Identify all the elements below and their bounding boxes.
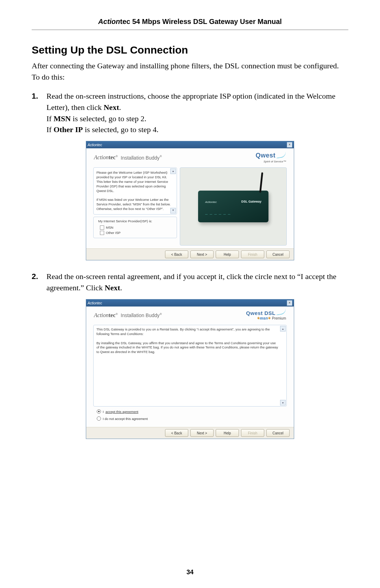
step-1: 1. Read the on-screen instructions, choo… <box>32 91 348 136</box>
dialog1-header: Actiontec® Installation Buddy® Qwest Spi… <box>86 148 294 165</box>
dialog2-brand-tm: ® <box>115 312 118 316</box>
dialog2-brand: Actiontec® Installation Buddy® <box>94 312 162 318</box>
radio-selected-icon[interactable] <box>97 409 101 414</box>
agreement-text: This DSL Gateway is provided to you on a… <box>94 325 286 357</box>
intro-paragraph: After connecting the Gateway and install… <box>32 60 348 83</box>
cancel-button[interactable]: Cancel <box>266 250 290 258</box>
back-button[interactable]: < Back <box>165 429 188 437</box>
screenshot-2-wrap: Actiontec × Actiontec® Installation Budd… <box>32 299 348 439</box>
back-button[interactable]: < Back <box>165 250 188 258</box>
manual-page: Actiontec 54 Mbps Wireless DSL Gateway U… <box>0 0 380 588</box>
step2-l1-pre: Read the on-screen rental agreement, and… <box>46 272 336 292</box>
header-brand-italic: Action <box>98 18 120 25</box>
dialog1-titlebar: Actiontec × <box>86 141 294 148</box>
scroll-down-icon[interactable]: ▾ <box>280 400 286 406</box>
intro-pre: After connecting the Gateway and install… <box>32 61 225 70</box>
scroll-up-icon[interactable]: ▴ <box>280 326 286 332</box>
step-2-body: Read the on-screen rental agreement, and… <box>46 271 348 293</box>
accept-underline: accept this agreement <box>106 410 138 414</box>
dialog2-brand-sub-tm: ® <box>160 312 162 316</box>
dialog1-instructions-panel: ▴ Please get the Welcome Letter (ISP Wor… <box>93 167 177 214</box>
qwest-dsl-logo: Qwest DSL ✶msn✶ Premium <box>246 310 286 321</box>
step2-l1-post: . <box>120 283 122 292</box>
header-divider <box>32 29 348 30</box>
step1-l1-pre: Read the on-screen instructions, choose … <box>46 92 335 112</box>
next-button[interactable]: Next > <box>190 250 214 258</box>
step1-l1-post: . <box>119 103 121 112</box>
isp-option-other[interactable]: Other ISP <box>100 231 173 235</box>
dialog1-para1: Please get the Welcome Letter (ISP Works… <box>96 171 174 193</box>
checkbox-icon[interactable] <box>100 231 104 235</box>
accept-pre: I <box>103 410 104 414</box>
isp-option-msn[interactable]: MSN <box>100 225 173 230</box>
help-button[interactable]: Help <box>216 429 239 437</box>
isp-msn-label: MSN <box>106 225 113 229</box>
accept-agreement-radio[interactable]: I accept this agreement <box>97 409 287 414</box>
agreement-panel: ▴ This DSL Gateway is provided to you on… <box>93 325 287 407</box>
router-brand-label: Actiontec <box>205 200 217 204</box>
agreement-p1: This DSL Gateway is provided to you on a… <box>96 327 279 336</box>
dialog1-brand: Actiontec® Installation Buddy® <box>94 154 162 161</box>
reject-agreement-radio[interactable]: I do not accept this agreement <box>97 416 287 421</box>
finish-button: Finish <box>241 429 264 437</box>
install-buddy-dialog-1: Actiontec × Actiontec® Installation Budd… <box>86 141 294 260</box>
step-1-number: 1. <box>32 91 46 136</box>
qwest-dsl-text: Qwest DSL <box>246 310 276 316</box>
dialog1-body: ▴ Please get the Welcome Letter (ISP Wor… <box>86 165 294 248</box>
header-brand-rest: tec 54 Mbps Wireless DSL Gateway User Ma… <box>120 18 282 25</box>
scroll-up-icon[interactable]: ▴ <box>170 168 176 174</box>
close-icon[interactable]: × <box>287 300 292 306</box>
finish-button: Finish <box>241 250 264 258</box>
step1-l3-post: is selected, go to step 4. <box>83 125 158 134</box>
dialog2-brand-sub: Installation Buddy <box>119 312 159 318</box>
install-buddy-dialog-2: Actiontec × Actiontec® Installation Budd… <box>86 299 294 439</box>
router-leds-icon: — — — — — — <box>205 213 231 215</box>
scroll-down-icon[interactable]: ▾ <box>170 208 176 213</box>
msn-butterfly-icon: ✶ <box>257 316 260 320</box>
router-image-panel: Actiontec DSL Gateway — — — — — — <box>180 167 287 246</box>
next-button[interactable]: Next > <box>190 429 214 437</box>
dialog1-button-bar: < Back Next > Help Finish Cancel <box>86 248 294 260</box>
screenshot-1-wrap: Actiontec × Actiontec® Installation Budd… <box>32 141 348 260</box>
msn-butterfly-icon: ✶ <box>268 316 271 320</box>
agreement-p2: By installing the DSL Gateway, you affir… <box>96 341 279 354</box>
help-button[interactable]: Help <box>216 250 239 258</box>
qwest-swoosh-icon <box>276 151 286 159</box>
dialog1-title-text: Actiontec <box>88 143 102 147</box>
dialog2-header: Actiontec® Installation Buddy® Qwest DSL… <box>86 307 294 323</box>
dialog1-brand-sub-tm: ® <box>160 154 162 158</box>
cancel-button[interactable]: Cancel <box>266 429 290 437</box>
step1-l2-bold: MSN <box>53 114 71 123</box>
radio-unselected-icon[interactable] <box>97 416 101 421</box>
step2-l1-bold: Next <box>105 283 120 292</box>
dialog2-button-bar: < Back Next > Help Finish Cancel <box>86 427 294 439</box>
qwest-swoosh-icon <box>276 308 286 315</box>
step-2-number: 2. <box>32 271 46 293</box>
page-number: 34 <box>0 569 380 576</box>
step-2: 2. Read the on-screen rental agreement, … <box>32 271 348 293</box>
msn-premium-logo: ✶msn✶ Premium <box>257 316 286 320</box>
close-icon[interactable]: × <box>287 142 292 148</box>
isp-fieldset: My Internet Service Provider(ISP) is: MS… <box>93 217 177 238</box>
page-header: Actiontec 54 Mbps Wireless DSL Gateway U… <box>32 18 348 29</box>
isp-other-label: Other ISP <box>106 231 121 235</box>
step1-l3-pre: If <box>46 125 53 134</box>
router-model-label: DSL Gateway <box>241 200 261 203</box>
dialog2-body: ▴ This DSL Gateway is provided to you on… <box>86 323 294 427</box>
dialog1-brand-sub: Installation Buddy <box>119 155 159 161</box>
step1-l2-post: is selected, go to step 2. <box>71 114 146 123</box>
qwest-logo: Qwest Spirit of Service™ <box>255 152 286 163</box>
isp-legend: My Internet Service Provider(ISP) is: <box>97 219 153 223</box>
dialog2-titlebar: Actiontec × <box>86 299 294 307</box>
msn-premium-text: Premium <box>271 316 286 320</box>
dialog1-brand-bold: tec <box>109 155 116 161</box>
reject-label: I do not accept this agreement <box>103 417 148 421</box>
step1-l3-bold: Other IP <box>53 125 83 134</box>
step1-l2-pre: If <box>46 114 53 123</box>
dialog2-brand-it: Action <box>94 312 109 318</box>
checkbox-icon[interactable] <box>100 225 104 230</box>
step-1-body: Read the on-screen instructions, choose … <box>46 91 348 136</box>
dialog2-title-text: Actiontec <box>88 301 102 305</box>
qwest-tagline: Spirit of Service™ <box>264 160 286 163</box>
msn-text: msn <box>260 316 268 320</box>
